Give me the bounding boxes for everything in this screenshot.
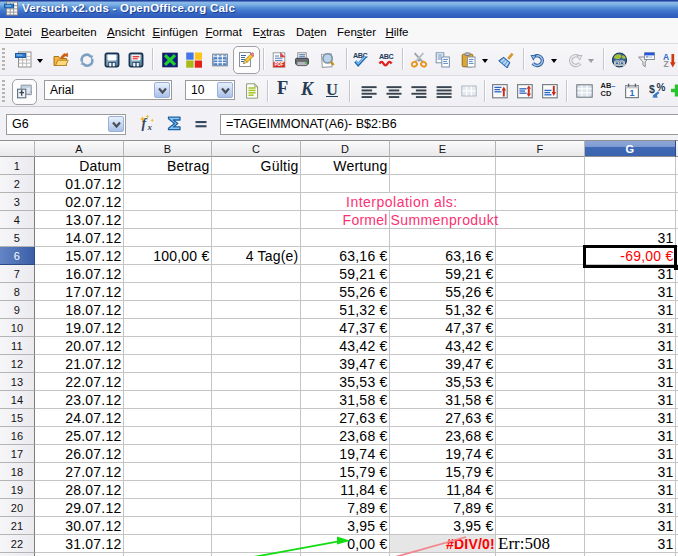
svg-text:%: % [657,83,666,93]
svg-text:1: 1 [629,88,634,98]
svg-text:ABC: ABC [379,52,394,61]
svg-text:$: $ [649,83,655,95]
svg-text:Z: Z [664,59,669,68]
svg-text:x: x [147,122,153,132]
svg-text:PDF: PDF [274,62,283,67]
